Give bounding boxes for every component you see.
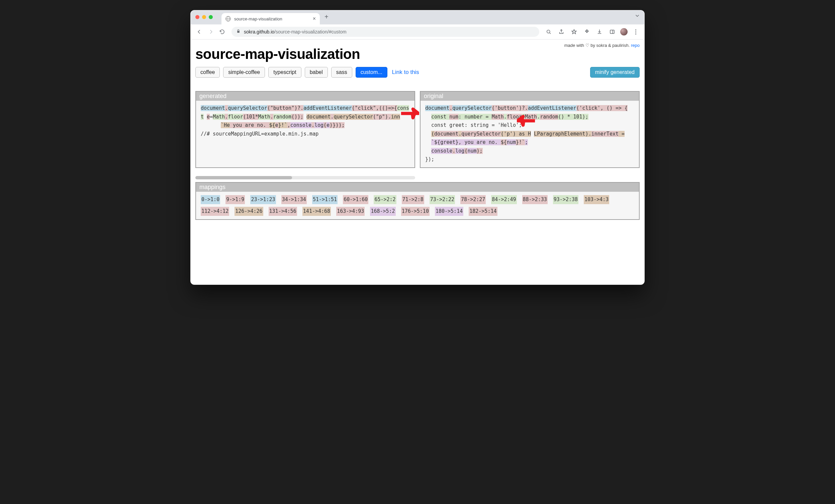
mapping-entry[interactable]: 176->5:10 bbox=[401, 207, 430, 216]
mapping-entry[interactable]: 126->4:26 bbox=[235, 207, 263, 216]
link-to-this[interactable]: Link to this bbox=[392, 69, 419, 76]
mapping-entry[interactable]: 65->2:2 bbox=[374, 195, 396, 204]
bookmark-star-icon[interactable] bbox=[569, 27, 579, 37]
code-comment: //# sourceMappingURL=example.min.js.map bbox=[201, 131, 319, 137]
tabstrip-menu-icon[interactable] bbox=[634, 13, 640, 20]
new-tab-button[interactable]: + bbox=[325, 13, 328, 21]
code-token: const greet: string = 'Hello'; bbox=[431, 122, 522, 128]
code-token: )})); bbox=[329, 122, 345, 128]
nav-back-button[interactable] bbox=[195, 27, 204, 37]
mapping-entry[interactable]: 73->2:22 bbox=[430, 195, 455, 204]
code-token: e bbox=[275, 122, 278, 128]
kebab-menu-icon[interactable] bbox=[631, 27, 640, 37]
mapping-entry[interactable]: 103->4:3 bbox=[584, 195, 609, 204]
mapping-entry[interactable]: 131->4:56 bbox=[269, 207, 297, 216]
tab-custom[interactable]: custom... bbox=[355, 67, 387, 78]
code-token: }); bbox=[425, 156, 434, 162]
code-token: Math bbox=[213, 114, 225, 120]
globe-icon bbox=[225, 16, 231, 21]
mapping-entry[interactable]: 60->1:60 bbox=[343, 195, 368, 204]
tab-sass[interactable]: sass bbox=[331, 67, 352, 78]
mapping-entry[interactable]: 34->1:34 bbox=[281, 195, 307, 204]
page-title: source-map-visualization bbox=[196, 46, 639, 62]
mapping-entry[interactable]: 182->5:14 bbox=[469, 207, 497, 216]
mapping-entry[interactable]: 88->2:33 bbox=[522, 195, 548, 204]
code-token: = bbox=[210, 114, 213, 120]
share-icon[interactable] bbox=[557, 27, 566, 37]
panel-original-title: original bbox=[421, 92, 639, 101]
code-token: : number = bbox=[458, 114, 491, 120]
extensions-icon[interactable] bbox=[582, 27, 591, 37]
panel-icon[interactable] bbox=[608, 27, 617, 37]
mapping-entry[interactable]: 93->2:38 bbox=[553, 195, 578, 204]
code-token: num bbox=[467, 148, 476, 154]
generated-scrollbar[interactable] bbox=[196, 173, 415, 179]
window-minimize-icon[interactable] bbox=[202, 15, 206, 19]
code-token: . bbox=[225, 114, 228, 120]
nav-reload-button[interactable] bbox=[218, 27, 227, 37]
heart-icon: ♡ bbox=[586, 43, 589, 48]
tab-typescript[interactable]: typescript bbox=[268, 67, 301, 78]
download-icon[interactable] bbox=[595, 27, 604, 37]
mapping-entry[interactable]: 141->4:68 bbox=[302, 207, 331, 216]
tab-close-icon[interactable]: × bbox=[313, 16, 316, 21]
code-token: document bbox=[425, 105, 449, 111]
code-token: document bbox=[201, 105, 225, 111]
credit-author-paulirish: paulirish bbox=[612, 43, 628, 48]
panel-generated-body[interactable]: document.querySelector("button")?.addEve… bbox=[196, 101, 414, 164]
code-token bbox=[531, 131, 534, 137]
code-token: e bbox=[326, 122, 329, 128]
panel-generated-title: generated bbox=[196, 92, 414, 101]
panel-original-body[interactable]: document.querySelector('button')?.addEve… bbox=[421, 101, 639, 167]
browser-tab[interactable]: source-map-visualization × bbox=[222, 13, 320, 24]
address-bar[interactable]: sokra.github.io/source-map-visualization… bbox=[231, 27, 539, 37]
window-maximize-icon[interactable] bbox=[209, 15, 213, 19]
code-line: document.querySelector('button')?.addEve… bbox=[425, 104, 634, 113]
profile-avatar[interactable] bbox=[620, 28, 628, 36]
window-close-icon[interactable] bbox=[196, 15, 199, 19]
browser-tab-title: source-map-visualization bbox=[234, 16, 282, 21]
mapping-entry[interactable]: 112->4:12 bbox=[201, 207, 229, 216]
mapping-entry[interactable]: 168->5:2 bbox=[370, 207, 395, 216]
credit-repo-link[interactable]: repo bbox=[631, 43, 639, 48]
code-token: ()); bbox=[291, 114, 303, 120]
code-token: . bbox=[504, 114, 507, 120]
mapping-entry[interactable]: 78->2:27 bbox=[460, 195, 486, 204]
code-token: random bbox=[540, 114, 558, 120]
search-icon[interactable] bbox=[544, 27, 553, 37]
code-token: addEventListener bbox=[528, 105, 576, 111]
nav-forward-button[interactable] bbox=[206, 27, 216, 37]
mapping-entry[interactable]: 9->1:9 bbox=[225, 195, 245, 204]
browser-toolbar: sokra.github.io/source-map-visualization… bbox=[191, 24, 644, 40]
code-token: ${ bbox=[501, 139, 507, 145]
code-token: ${ bbox=[269, 122, 275, 128]
controls-bar: coffee simple-coffee typescript babel sa… bbox=[196, 67, 639, 78]
mapping-entry[interactable]: 84->2:49 bbox=[491, 195, 516, 204]
mapping-entry[interactable]: 180->5:14 bbox=[435, 207, 463, 216]
minify-generated-button[interactable]: minify generated bbox=[590, 67, 639, 78]
code-token: }!` bbox=[278, 122, 287, 128]
code-token: ( bbox=[431, 131, 434, 137]
mapping-entry[interactable]: 51->1:51 bbox=[312, 195, 338, 204]
code-token: inn bbox=[391, 114, 400, 120]
tab-coffee[interactable]: coffee bbox=[196, 67, 220, 78]
mapping-entry[interactable]: 163->4:93 bbox=[336, 207, 365, 216]
address-url: sokra.github.io/source-map-visualization… bbox=[244, 29, 347, 35]
tab-babel[interactable]: babel bbox=[305, 67, 328, 78]
code-token: you are no. bbox=[230, 122, 269, 128]
code-token: console bbox=[290, 122, 311, 128]
mapping-entry[interactable]: 71->2:8 bbox=[402, 195, 424, 204]
code-token: num bbox=[449, 114, 458, 120]
code-line: console.log(num); bbox=[425, 147, 634, 156]
mapping-entry[interactable]: 23->1:23 bbox=[250, 195, 276, 204]
code-token: ('button')?. bbox=[492, 105, 528, 111]
mapping-entry[interactable]: 0->1:0 bbox=[201, 195, 220, 204]
tab-simple-coffee[interactable]: simple-coffee bbox=[223, 67, 265, 78]
panel-mappings-body[interactable]: 0->1:09->1:923->1:2334->1:3451->1:5160->… bbox=[196, 192, 639, 219]
code-token: . bbox=[225, 105, 228, 111]
toolbar-right bbox=[544, 27, 640, 37]
code-token: querySelector bbox=[333, 114, 373, 120]
lock-icon bbox=[236, 29, 241, 35]
window-traffic-lights bbox=[196, 15, 213, 19]
code-line: }); bbox=[425, 155, 634, 164]
